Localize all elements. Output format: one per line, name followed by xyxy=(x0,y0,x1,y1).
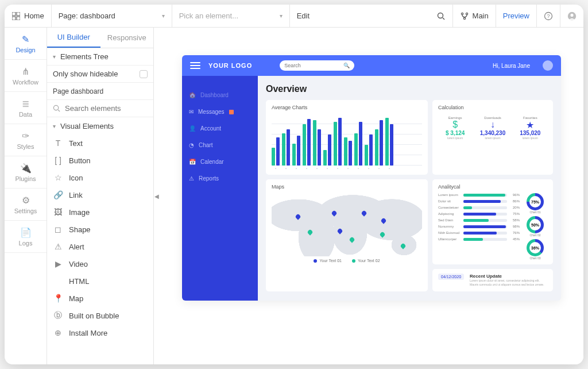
mock-nav-messages[interactable]: ✉Messages xyxy=(189,109,251,115)
rail-styles[interactable]: ✑Styles xyxy=(5,124,47,156)
element-map[interactable]: 📍Map xyxy=(47,290,153,307)
visual-elements-header[interactable]: ▾ Visual Elements xyxy=(47,117,153,134)
element-icon: 🖼 xyxy=(53,207,63,217)
preview-button[interactable]: Preview xyxy=(496,5,537,27)
ring-chart: 50% xyxy=(527,216,544,233)
hamburger-icon[interactable] xyxy=(190,62,200,69)
map-pin xyxy=(361,210,368,216)
svg-point-7 xyxy=(466,13,467,14)
mock-nav-account[interactable]: 👤Account xyxy=(189,125,251,132)
edit-menu[interactable]: Edit xyxy=(290,5,430,27)
chevron-down-icon: ▾ xyxy=(280,13,283,19)
svg-rect-3 xyxy=(17,17,20,20)
mock-nav-dashboard[interactable]: 🏠Dashboard xyxy=(189,92,251,98)
rail-plugins[interactable]: 🔌Plugins xyxy=(5,156,47,189)
element-image[interactable]: 🖼Image xyxy=(47,203,153,221)
tab-responsive[interactable]: Responsive xyxy=(100,28,154,48)
bar xyxy=(292,144,296,166)
bar xyxy=(318,129,321,166)
dashboard-mock: YOUR LOGO Search 🔍 Hi, Laura Jane 🏠Dashb… xyxy=(182,55,561,301)
rail-icon: ✑ xyxy=(20,130,32,141)
element-text[interactable]: TText xyxy=(47,134,153,152)
element-icon: ⚠ xyxy=(53,242,63,251)
svg-line-5 xyxy=(443,18,444,20)
element-icon: ⊕ xyxy=(53,328,63,337)
element-html[interactable]: HTML xyxy=(47,272,153,290)
rail-data[interactable]: ≣Data xyxy=(5,92,47,124)
element-icon[interactable]: ☆Icon xyxy=(47,169,153,186)
element-icon: T xyxy=(53,139,63,148)
help-button[interactable]: ? xyxy=(537,5,560,27)
search-button[interactable] xyxy=(430,5,453,27)
home-label: Home xyxy=(24,11,44,20)
search-elements-input[interactable] xyxy=(65,104,154,113)
element-picker[interactable]: Pick an element... ▾ xyxy=(172,5,290,27)
elements-list: TText[ ]Button☆Icon🔗Link🖼Image◻Shape⚠Ale… xyxy=(47,134,153,364)
panel-tabs: UI Builder Responsive xyxy=(47,28,153,48)
mock-search-placeholder: Search xyxy=(284,63,301,68)
world-map xyxy=(272,193,422,256)
recent-desc: Lorem ipsum dolor sit amet, consectetur … xyxy=(470,279,547,287)
rail-logs[interactable]: 📄Logs xyxy=(5,221,47,253)
element-button[interactable]: [ ]Button xyxy=(47,152,153,169)
mock-nav-calendar[interactable]: 📅Calendar xyxy=(189,159,251,165)
ring-label: Chart 01 xyxy=(527,210,544,214)
tab-ui-builder[interactable]: UI Builder xyxy=(47,28,100,48)
ana-item: Ullamcorper45% xyxy=(438,237,520,241)
mock-nav-reports[interactable]: ⚠Reports xyxy=(189,175,251,182)
rail-workflow[interactable]: ⋔Workflow xyxy=(5,60,47,92)
elements-tree-label: Elements Tree xyxy=(60,52,109,61)
mock-main: Overview Average Charts •••••••••••• Cal… xyxy=(258,76,561,301)
rail-icon: 🔌 xyxy=(20,162,32,174)
nav-label: Chart xyxy=(199,142,212,148)
element-shape[interactable]: ◻Shape xyxy=(47,221,153,238)
element-video[interactable]: ▶Video xyxy=(47,255,153,272)
bar xyxy=(297,136,300,166)
nav-label: Calendar xyxy=(200,159,224,165)
rail-settings[interactable]: ⚙Settings xyxy=(5,189,47,221)
card-recent-update: 04/12/2020 Recent Update Lorem ipsum dol… xyxy=(432,269,553,291)
element-icon: ☆ xyxy=(53,173,63,182)
rail-design[interactable]: ✎Design xyxy=(5,28,47,60)
bar xyxy=(282,133,285,166)
page-row-label: Page dashboard xyxy=(53,87,103,95)
map-pin xyxy=(307,229,313,235)
elements-tree-header[interactable]: ▾ Elements Tree xyxy=(47,48,153,66)
recent-date: 04/12/2020 xyxy=(438,274,464,280)
map-pin xyxy=(337,228,343,234)
calc-earnings: Earnings$$ 3,124lorem ipsum xyxy=(438,114,472,142)
account-button[interactable] xyxy=(560,5,583,27)
hideable-checkbox[interactable] xyxy=(140,70,148,78)
right-stack: Analitycal Lorem ipsum96%Dolor sit86%Con… xyxy=(432,179,553,291)
map-pin xyxy=(349,236,355,243)
mock-nav-chart[interactable]: ◔Chart xyxy=(189,142,251,148)
element-alert[interactable]: ⚠Alert xyxy=(47,238,153,255)
page-selector[interactable]: Page: dashboard ▾ xyxy=(52,5,172,27)
element-link[interactable]: 🔗Link xyxy=(47,186,153,203)
analytical-list: Lorem ipsum96%Dolor sit86%Consectetuer20… xyxy=(438,193,520,260)
top-toolbar: Home Page: dashboard ▾ Pick an element..… xyxy=(5,5,583,28)
svg-point-4 xyxy=(438,13,443,18)
collapse-panel-handle[interactable]: ◀ xyxy=(154,28,160,364)
element-built-on-bubble[interactable]: ⓑBuilt on Bubble xyxy=(47,307,153,324)
mock-avatar[interactable] xyxy=(543,60,553,71)
mock-greeting: Hi, Laura Jane xyxy=(493,63,530,69)
element-icon: ▶ xyxy=(53,259,63,268)
element-install-more[interactable]: ⊕Install More xyxy=(47,324,153,341)
card-title: Calculation xyxy=(438,105,547,110)
app-window: Home Page: dashboard ▾ Pick an element..… xyxy=(5,5,583,364)
mock-search[interactable]: Search 🔍 xyxy=(280,60,354,71)
edit-label: Edit xyxy=(297,11,310,20)
page-row[interactable]: Page dashboard xyxy=(47,83,153,100)
card-title: Average Charts xyxy=(272,105,422,110)
home-button[interactable]: Home xyxy=(5,5,52,27)
element-label: Install More xyxy=(69,329,107,337)
element-icon: [ ] xyxy=(53,156,63,165)
overview-title: Overview xyxy=(266,84,553,94)
bar xyxy=(303,124,306,166)
calc-favorites: Favorites★135,020lorem ipsum xyxy=(513,114,547,142)
bar-chart xyxy=(272,114,422,166)
chevron-down-icon: ▾ xyxy=(53,123,56,129)
branch-selector[interactable]: Main xyxy=(453,5,496,27)
design-canvas[interactable]: YOUR LOGO Search 🔍 Hi, Laura Jane 🏠Dashb… xyxy=(160,28,583,364)
